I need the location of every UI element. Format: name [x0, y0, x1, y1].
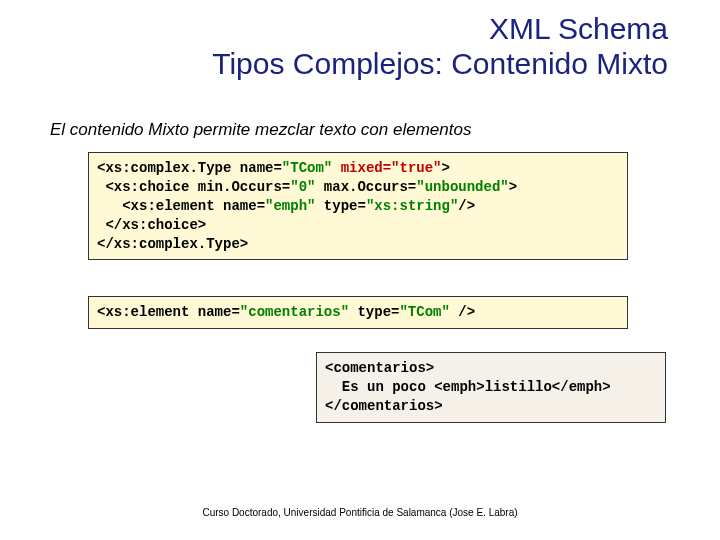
code-text: > [442, 160, 450, 176]
code-text: max.Occurs= [315, 179, 416, 195]
code-string: "TCom" [399, 304, 449, 320]
intro-text: El contenido Mixto permite mezclar texto… [50, 120, 471, 140]
code-string: "0" [290, 179, 315, 195]
code-highlight: mixed="true" [341, 160, 442, 176]
code-text: <xs:element name= [97, 304, 240, 320]
code-string: "comentarios" [240, 304, 349, 320]
code-text: <xs:complex.Type name= [97, 160, 282, 176]
code-text: <xs:element name= [97, 198, 265, 214]
code-text: <comentarios> [325, 360, 434, 376]
element-declaration-code: <xs:element name="comentarios" type="TCo… [88, 296, 628, 329]
slide-footer: Curso Doctorado, Universidad Pontificia … [0, 507, 720, 518]
code-text: > [509, 179, 517, 195]
code-string: "emph" [265, 198, 315, 214]
title-line-2: Tipos Complejos: Contenido Mixto [212, 47, 668, 82]
code-string: "unbounded" [416, 179, 508, 195]
code-text: /> [458, 198, 475, 214]
slide: XML Schema Tipos Complejos: Contenido Mi… [0, 0, 720, 540]
code-text: </xs:choice> [97, 217, 206, 233]
slide-title: XML Schema Tipos Complejos: Contenido Mi… [212, 12, 668, 81]
code-text: type= [349, 304, 399, 320]
code-text: Es un poco <emph>listillo</emph> [325, 379, 611, 395]
code-text [332, 160, 340, 176]
code-text: type= [315, 198, 365, 214]
example-instance-code: <comentarios> Es un poco <emph>listillo<… [316, 352, 666, 423]
code-string: "xs:string" [366, 198, 458, 214]
code-text: /> [450, 304, 475, 320]
code-text: </xs:complex.Type> [97, 236, 248, 252]
code-string: "TCom" [282, 160, 332, 176]
code-text: </comentarios> [325, 398, 443, 414]
schema-definition-code: <xs:complex.Type name="TCom" mixed="true… [88, 152, 628, 260]
title-line-1: XML Schema [212, 12, 668, 47]
code-text: <xs:choice min.Occurs= [97, 179, 290, 195]
